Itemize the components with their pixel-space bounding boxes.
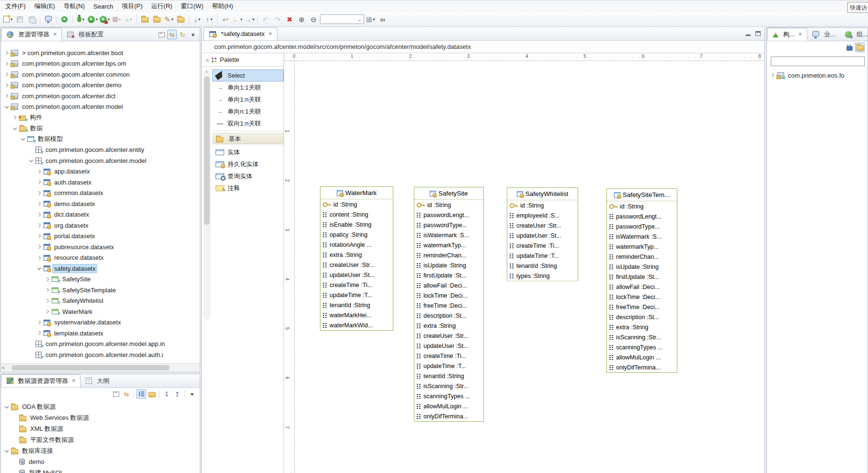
toolbar-button[interactable] bbox=[217, 15, 217, 23]
expander-icon[interactable] bbox=[27, 351, 34, 358]
expander-icon[interactable] bbox=[3, 92, 10, 100]
entity-field[interactable]: updateTime :T... bbox=[507, 251, 578, 261]
menu-search[interactable]: Search bbox=[89, 1, 117, 12]
view-menu-icon[interactable]: ▾ bbox=[188, 30, 198, 39]
tree-item[interactable]: pubresource.datasetx bbox=[1, 242, 200, 253]
zoom-in-button[interactable]: ⊕ bbox=[296, 13, 307, 25]
entity-field[interactable]: updateUser :St... bbox=[320, 270, 393, 280]
entity-field[interactable]: isScanning :Str... bbox=[607, 332, 677, 342]
expander-icon[interactable] bbox=[35, 211, 43, 218]
tree-item[interactable]: demo bbox=[1, 456, 200, 467]
palette-assoc-1to1-tool[interactable]: →单向1:1关联 bbox=[212, 81, 284, 93]
refresh-icon[interactable]: ↻ bbox=[178, 30, 187, 39]
entity-field[interactable]: id :String bbox=[320, 199, 393, 209]
expander-icon[interactable] bbox=[769, 72, 776, 79]
tab-outline[interactable]: 大纲✕ bbox=[80, 374, 114, 387]
tree-item[interactable]: systemvariable.datasetx bbox=[1, 317, 200, 328]
expander-icon[interactable] bbox=[44, 297, 51, 304]
tree-item[interactable]: template.datasetx bbox=[1, 328, 200, 339]
entity-field[interactable]: employeeId :S... bbox=[507, 210, 578, 220]
expander-icon[interactable] bbox=[3, 403, 10, 410]
import-icon[interactable]: ↧ bbox=[162, 389, 171, 399]
tree-item[interactable]: org.datasetx bbox=[1, 220, 200, 231]
zoom-out-button[interactable]: ⊖ bbox=[308, 13, 319, 25]
entity-field[interactable]: freeTime :Deci... bbox=[607, 302, 677, 312]
entity-field[interactable]: passwordLengt... bbox=[607, 211, 677, 221]
link-with-editor-icon[interactable]: ⇆ bbox=[167, 30, 177, 39]
delete-button[interactable]: ✖ bbox=[284, 13, 295, 25]
entity-field[interactable]: tenantId :String bbox=[320, 300, 393, 310]
stop-button[interactable] bbox=[111, 13, 122, 25]
entity-field[interactable]: isWatermark :S... bbox=[607, 231, 677, 242]
entity-field[interactable]: content :String bbox=[320, 209, 393, 219]
tree-item[interactable]: WaterMark bbox=[1, 306, 200, 317]
tree-item[interactable]: com.primeton.gocom.afcenter.entity bbox=[1, 145, 200, 156]
entity-field[interactable]: rotationAngle ... bbox=[320, 240, 393, 250]
new-wizard-button[interactable] bbox=[2, 13, 13, 25]
palette-persistent-entity-tool[interactable]: 持久化实体 bbox=[212, 158, 284, 170]
console-button[interactable] bbox=[43, 13, 54, 25]
tab-business[interactable]: 业...✕ bbox=[807, 28, 840, 41]
entity-field[interactable]: description :St... bbox=[607, 312, 677, 322]
entity-field[interactable]: allowMulLogin ... bbox=[414, 401, 483, 411]
entity-field[interactable]: extra :String bbox=[607, 322, 677, 332]
expander-icon[interactable] bbox=[11, 425, 18, 432]
expander-icon[interactable] bbox=[27, 340, 34, 347]
tree-item[interactable]: app.datasetx bbox=[1, 166, 200, 177]
entity-field[interactable]: tenantId :String bbox=[507, 261, 578, 271]
entity-field[interactable]: scanningTypes ... bbox=[414, 391, 483, 401]
expander-icon[interactable] bbox=[35, 243, 43, 251]
entity-field[interactable]: tenantId :String bbox=[414, 371, 483, 381]
entity-field[interactable]: id :String bbox=[607, 201, 677, 211]
palette-header[interactable]: ◃ Palette bbox=[202, 53, 284, 67]
entity-field[interactable]: id :String bbox=[507, 200, 578, 210]
tree-item[interactable]: auth.datasetx bbox=[1, 177, 200, 188]
menu-help[interactable]: 帮助(H) bbox=[208, 0, 238, 12]
entity-field[interactable]: createUser :Str... bbox=[414, 331, 483, 341]
entity-field[interactable]: opaticy :String bbox=[320, 230, 393, 240]
skip-button[interactable]: » bbox=[123, 13, 134, 25]
tree-item[interactable]: portal.datasetx bbox=[1, 231, 200, 242]
expander-icon[interactable] bbox=[11, 414, 18, 421]
collapse-all-icon[interactable] bbox=[111, 389, 121, 399]
expander-icon[interactable] bbox=[3, 71, 10, 78]
back-button[interactable]: ← bbox=[232, 13, 243, 25]
collapse-all-icon[interactable] bbox=[157, 30, 166, 39]
scrollbar-thumb[interactable] bbox=[11, 365, 170, 370]
menu-edit[interactable]: 编辑(E) bbox=[30, 0, 59, 12]
layout-button[interactable]: ⊞ bbox=[365, 13, 376, 25]
SafetySiteTem...[interactable]: SafetySiteTem... id :String bbox=[606, 188, 677, 373]
menu-project[interactable]: 项目(P) bbox=[117, 0, 147, 12]
entity-field[interactable]: watermarkTyp... bbox=[607, 242, 677, 252]
entity-field[interactable]: isScanning :Str... bbox=[414, 381, 483, 391]
entity-field[interactable]: extra :String bbox=[320, 250, 393, 260]
entity-field[interactable]: watermarkTyp... bbox=[414, 240, 483, 250]
tree-item[interactable]: SafetySiteTemplate bbox=[1, 285, 200, 296]
entity-field[interactable]: createTime :Ti... bbox=[507, 241, 578, 251]
search-button[interactable]: ∞ bbox=[377, 13, 388, 25]
entity-field[interactable]: updateUser :St... bbox=[414, 341, 483, 351]
expander-icon[interactable] bbox=[44, 287, 51, 294]
entity-field[interactable]: waterMarkWid... bbox=[320, 320, 393, 330]
palette-query-entity-tool[interactable]: 查询实体 bbox=[212, 170, 284, 182]
expander-icon[interactable] bbox=[11, 114, 18, 121]
save-all-button[interactable] bbox=[26, 13, 37, 25]
tree-item[interactable]: demo.datasetx bbox=[1, 198, 200, 209]
tree-item[interactable]: XML 数据源 bbox=[1, 423, 200, 434]
expander-icon[interactable] bbox=[35, 200, 43, 208]
tab-template-config[interactable]: 模板配置✕ bbox=[62, 28, 108, 41]
redo-button[interactable]: ↷ bbox=[272, 13, 283, 25]
close-icon[interactable]: ✕ bbox=[53, 31, 57, 37]
palette-entity-tool[interactable]: 实体 bbox=[212, 146, 284, 158]
quick-access-box[interactable]: 快速访 bbox=[847, 2, 868, 13]
tree-item[interactable]: com.primeton.gocom.afcenter.dict bbox=[1, 91, 200, 102]
editor-tab-safety-datasetx[interactable]: *safety.datasetx ✕ bbox=[204, 27, 277, 40]
entity-field[interactable]: waterMarkHei... bbox=[320, 310, 393, 320]
entity-field[interactable]: scanningTypes ... bbox=[607, 342, 677, 352]
entity-field[interactable]: reminderChan... bbox=[607, 252, 677, 262]
entity-field[interactable]: onlyDifTermina... bbox=[414, 411, 483, 421]
palette-assoc-bidi-tool[interactable]: —双向1:n关联 bbox=[212, 117, 284, 129]
tab-resource-explorer[interactable]: 资源管理器✕ bbox=[1, 28, 62, 41]
tree-item[interactable]: common.datasetx bbox=[1, 188, 200, 199]
expander-icon[interactable] bbox=[35, 319, 43, 326]
